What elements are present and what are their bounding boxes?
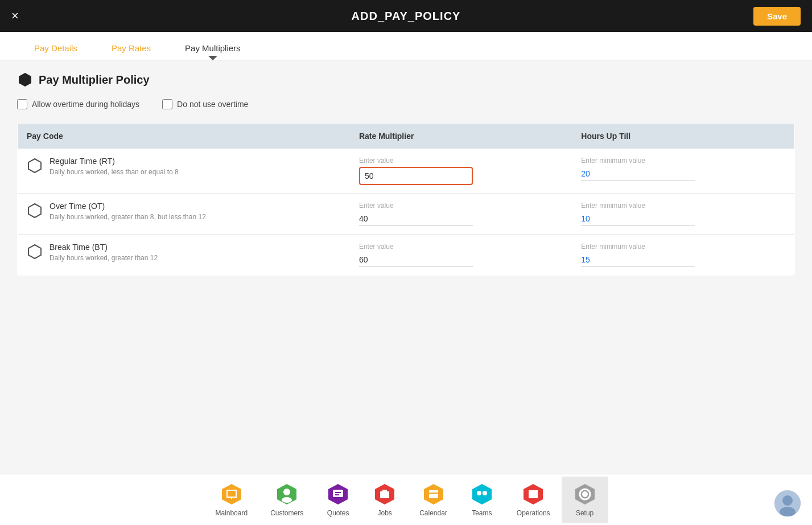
nav-label-operations: Operations: [517, 509, 550, 517]
svg-rect-11: [333, 490, 343, 497]
pay-code-cell: Break Time (BT) Daily hours worked, grea…: [27, 243, 341, 263]
rate-placeholder: Enter value: [359, 157, 563, 165]
teams-icon: [470, 482, 494, 506]
svg-rect-24: [529, 490, 538, 498]
svg-point-21: [477, 491, 481, 495]
svg-point-29: [782, 495, 793, 506]
hours-placeholder: Enter minimum value: [581, 202, 785, 210]
pay-code-name: Over Time (OT): [50, 202, 206, 211]
pay-code-cell: Over Time (OT) Daily hours worked, great…: [27, 202, 341, 222]
svg-rect-16: [382, 490, 387, 492]
table-row: Regular Time (RT) Daily hours worked, le…: [18, 149, 795, 194]
rate-multiplier-field: Enter value: [359, 202, 563, 226]
hexagon-icon: [17, 72, 33, 88]
svg-marker-20: [472, 484, 492, 505]
nav-item-teams[interactable]: Teams: [459, 477, 505, 523]
no-overtime-label: Do not use overtime: [177, 100, 248, 109]
col-hours-up-till: Hours Up Till: [572, 124, 794, 149]
nav-label-mainboard: Mainboard: [215, 509, 248, 517]
hours-value: 20: [581, 167, 695, 181]
tab-pay-rates[interactable]: Pay Rates: [94, 36, 168, 60]
svg-marker-4: [222, 484, 241, 505]
svg-point-9: [282, 497, 292, 503]
hours-up-till-field: Enter minimum value 20: [581, 157, 785, 181]
svg-point-8: [283, 489, 290, 495]
quotes-icon: [326, 482, 350, 506]
svg-point-26: [582, 491, 588, 497]
nav-item-quotes[interactable]: Quotes: [315, 477, 361, 523]
nav-label-setup: Setup: [576, 509, 593, 517]
pay-code-cell: Regular Time (RT) Daily hours worked, le…: [27, 157, 341, 177]
nav-item-mainboard[interactable]: Mainboard: [204, 477, 259, 523]
bottom-nav: MainboardCustomersQuotesJobsCalendarTeam…: [0, 474, 812, 525]
rate-placeholder: Enter value: [359, 202, 563, 210]
pay-code-name: Break Time (BT): [50, 243, 158, 252]
rate-multiplier-input[interactable]: [359, 167, 473, 185]
allow-overtime-label: Allow overtime during holidays: [32, 100, 139, 109]
hex-outline-icon: [27, 203, 43, 219]
calendar-icon: [422, 482, 446, 506]
hours-up-till-field: Enter minimum value 10: [581, 202, 785, 226]
customers-icon: [275, 482, 299, 506]
no-overtime-checkbox[interactable]: [162, 99, 172, 109]
allow-overtime-checkbox[interactable]: [17, 99, 27, 109]
pay-table: Pay Code Rate Multiplier Hours Up Till R…: [17, 123, 795, 276]
table-header-row: Pay Code Rate Multiplier Hours Up Till: [18, 124, 795, 149]
svg-marker-0: [19, 73, 31, 87]
nav-item-calendar[interactable]: Calendar: [408, 477, 459, 523]
pay-code-desc: Daily hours worked, greater than 12: [50, 253, 158, 263]
nav-label-quotes: Quotes: [327, 509, 349, 517]
nav-label-calendar: Calendar: [419, 509, 447, 517]
pay-code-name: Regular Time (RT): [50, 157, 179, 166]
col-rate-multiplier: Rate Multiplier: [350, 124, 572, 149]
rate-multiplier-field: Enter value: [359, 243, 563, 267]
svg-marker-2: [28, 204, 41, 218]
hours-placeholder: Enter minimum value: [581, 157, 785, 165]
svg-marker-3: [28, 245, 41, 259]
nav-label-jobs: Jobs: [377, 509, 391, 517]
hours-up-till-field: Enter minimum value 15: [581, 243, 785, 267]
setup-icon: [573, 482, 597, 506]
rate-multiplier-field: Enter value: [359, 157, 563, 185]
rate-placeholder: Enter value: [359, 243, 563, 251]
pay-code-desc: Daily hours worked, greater than 8, but …: [50, 212, 206, 222]
app-header: × ADD_PAY_POLICY Save: [0, 0, 812, 32]
table-row: Break Time (BT) Daily hours worked, grea…: [18, 235, 795, 276]
svg-marker-1: [28, 159, 41, 173]
svg-point-22: [483, 491, 487, 495]
jobs-icon: [373, 482, 397, 506]
main-content: Pay Multiplier Policy Allow overtime dur…: [0, 60, 812, 474]
tab-pay-multipliers[interactable]: Pay Multipliers: [168, 36, 258, 60]
user-avatar[interactable]: [774, 490, 801, 516]
col-pay-code: Pay Code: [18, 124, 350, 149]
table-row: Over Time (OT) Daily hours worked, great…: [18, 194, 795, 235]
hours-value: 15: [581, 253, 695, 267]
nav-item-operations[interactable]: Operations: [505, 477, 562, 523]
rate-multiplier-input[interactable]: [359, 212, 473, 226]
hours-value: 10: [581, 212, 695, 226]
tab-pay-details[interactable]: Pay Details: [17, 36, 94, 60]
allow-overtime-checkbox-item: Allow overtime during holidays: [17, 99, 139, 109]
mainboard-icon: [220, 482, 244, 506]
hex-outline-icon: [27, 244, 43, 260]
nav-item-jobs[interactable]: Jobs: [361, 477, 408, 523]
checkboxes-row: Allow overtime during holidays Do not us…: [17, 99, 795, 109]
hours-placeholder: Enter minimum value: [581, 243, 785, 251]
tabs-bar: Pay Details Pay Rates Pay Multipliers: [0, 32, 812, 60]
nav-label-customers: Customers: [270, 509, 303, 517]
svg-rect-15: [380, 491, 389, 498]
svg-rect-18: [429, 490, 438, 498]
no-overtime-checkbox-item: Do not use overtime: [162, 99, 248, 109]
section-title: Pay Multiplier Policy: [17, 72, 795, 88]
rate-multiplier-input[interactable]: [359, 253, 473, 267]
hex-outline-icon: [27, 158, 43, 174]
operations-icon: [521, 482, 545, 506]
nav-label-teams: Teams: [472, 509, 492, 517]
pay-code-desc: Daily hours worked, less than or equal t…: [50, 167, 179, 177]
page-title: ADD_PAY_POLICY: [352, 10, 461, 23]
nav-item-customers[interactable]: Customers: [259, 477, 315, 523]
save-button[interactable]: Save: [753, 7, 801, 26]
close-button[interactable]: ×: [11, 9, 19, 23]
nav-item-setup[interactable]: Setup: [562, 477, 608, 523]
